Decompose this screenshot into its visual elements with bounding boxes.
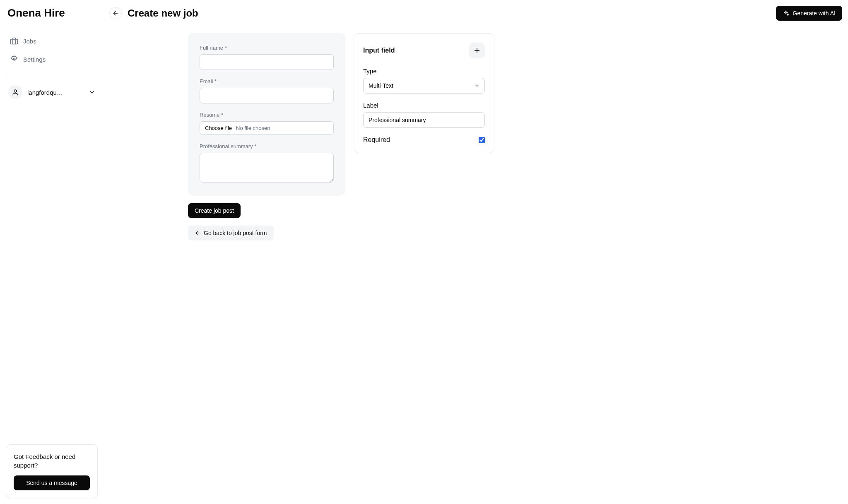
user-menu[interactable]: langfordqu… [6,83,98,102]
resume-label: Resume * [200,112,334,118]
go-back-label: Go back to job post form [204,230,267,236]
sparkles-icon [783,10,789,17]
feedback-button[interactable]: Send us a message [14,475,90,490]
generate-ai-button[interactable]: Generate with AI [776,6,842,21]
summary-textarea[interactable] [200,153,334,182]
main: Create new job Generate with AI Full nam… [104,0,848,504]
feedback-card: Got Feedback or need support? Send us a … [6,444,98,498]
go-back-form-button[interactable]: Go back to job post form [188,226,274,240]
sidebar-item-jobs[interactable]: Jobs [6,33,98,49]
config-title: Input field [363,47,395,54]
form-preview: Full name * Email * Resume * Choose file… [188,33,345,196]
svg-point-2 [14,90,17,92]
file-none-label: No file chosen [236,125,270,131]
full-name-label: Full name * [200,45,334,51]
summary-label: Professional summary * [200,143,334,149]
label-input[interactable] [363,112,485,128]
avatar [8,85,22,99]
sidebar-item-settings[interactable]: Settings [6,51,98,67]
plus-icon [473,47,481,54]
svg-rect-0 [11,39,18,44]
full-name-input[interactable] [200,54,334,70]
nav: Jobs Settings [6,33,98,67]
svg-point-1 [13,58,15,60]
back-button[interactable] [109,7,122,19]
resume-file-input[interactable]: Choose file No file chosen [200,121,334,135]
gear-icon [10,55,18,63]
add-field-button[interactable] [469,43,485,58]
briefcase-icon [10,37,18,45]
page-title: Create new job [128,7,198,19]
create-job-button[interactable]: Create job post [188,203,241,218]
sidebar-item-label: Jobs [23,38,36,45]
user-name: langfordqu… [27,89,84,96]
label-label: Label [363,102,485,109]
chevron-down-icon [89,89,95,96]
required-checkbox[interactable] [479,137,485,143]
config-panel: Input field Type Label [354,33,494,153]
app-logo: Onena Hire [6,7,98,19]
topbar: Create new job Generate with AI [109,6,842,21]
type-select[interactable] [363,78,485,94]
ai-button-label: Generate with AI [793,10,836,17]
email-input[interactable] [200,88,334,103]
sidebar: Onena Hire Jobs Settings langfordqu… [0,0,104,504]
arrow-left-icon [112,10,119,17]
file-choose-label: Choose file [205,125,232,131]
divider [6,75,98,75]
sidebar-item-label: Settings [23,56,46,63]
required-label: Required [363,136,390,144]
feedback-prompt: Got Feedback or need support? [14,452,90,470]
arrow-left-icon [195,230,200,236]
type-label: Type [363,67,485,74]
email-label: Email * [200,78,334,84]
